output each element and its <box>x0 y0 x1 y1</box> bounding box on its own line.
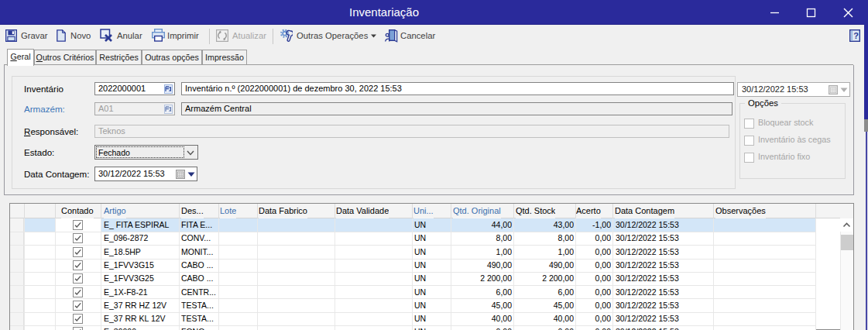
svg-text:?: ? <box>853 31 859 40</box>
